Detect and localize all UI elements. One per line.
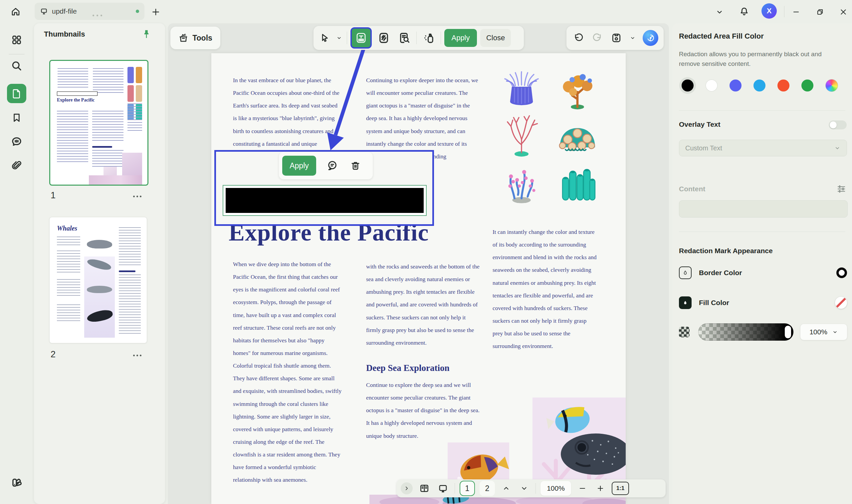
opacity-checker-icon [679,327,690,337]
swatch-green[interactable] [801,79,813,91]
border-color-row: Border Color [679,266,847,280]
page-1-button[interactable]: 1 [460,481,475,496]
next-page-button[interactable] [517,482,531,495]
paragraph-body-col3: It can instantly change the color and te… [493,226,598,352]
paragraph-body-col2: with the rocks and seaweeds at the botto… [366,260,480,349]
opacity-row: 100% [679,323,847,341]
page-2-button[interactable]: 2 [480,481,495,496]
close-button[interactable]: Close [480,29,511,47]
redact-search-icon [398,32,410,44]
left-rail [0,23,33,504]
sidebar-item-stamps[interactable] [8,474,24,490]
window-titlebar: updf-file X [0,0,852,23]
panel-description: Redaction allows you to permanently blac… [679,49,839,69]
swatch-black[interactable] [681,79,694,91]
thumbnail-1-more-button[interactable] [130,192,144,201]
restore-icon [816,8,824,16]
two-page-view-button[interactable] [418,481,431,496]
opacity-dropdown[interactable]: 100% [800,324,847,340]
close-icon [839,8,847,16]
pin-panel-button[interactable] [140,27,153,41]
zoom-out-button[interactable] [576,482,589,495]
fill-color-row: Fill Color [679,295,847,310]
coral-grid [498,67,603,210]
trash-icon[interactable] [348,158,363,173]
redact-page-tool-button[interactable] [375,29,392,47]
content-input[interactable] [679,200,848,218]
redaction-mark-area[interactable] [223,185,427,216]
panel-drag-handle[interactable] [92,15,102,16]
redo-button[interactable] [591,31,604,45]
pin-icon [141,29,152,39]
save-button[interactable] [610,31,623,45]
sidebar-item-search[interactable] [9,58,24,73]
comment-bubble-icon[interactable] [325,158,339,173]
bookmark-icon [11,112,22,123]
swatch-blue[interactable] [729,79,742,91]
swatch-white[interactable] [706,79,717,91]
coral-branch-image [498,160,548,206]
thumbnail-2-number: 2 [51,349,56,360]
sidebar-expand-icon [404,485,410,491]
thumbnail-page-1[interactable]: Explore the Pacific [49,60,148,186]
titlebar-divider [784,6,784,17]
window-minimize-button[interactable] [789,5,803,19]
chevron-down-icon [715,8,724,16]
redact-search-tool-button[interactable] [396,29,413,47]
overlay-text-toggle[interactable] [829,121,847,129]
swatch-rainbow[interactable] [826,79,838,92]
ai-assistant-icon [646,33,656,43]
home-button[interactable] [7,4,24,19]
titlebar-collapse-button[interactable] [713,5,726,19]
ai-assistant-button[interactable] [643,30,658,46]
attachment-icon [11,160,22,171]
fill-color-swatch[interactable] [835,297,847,309]
sidebar-item-bookmarks[interactable] [9,110,24,125]
save-options-chevron[interactable] [629,31,637,44]
notifications-button[interactable] [737,4,751,19]
sidebar-item-comments[interactable] [9,134,24,149]
avatar[interactable]: X [762,3,777,19]
sidebar-item-attachments[interactable] [9,158,24,173]
select-tool-button[interactable] [318,30,332,46]
thumbnail-2-more-button[interactable] [130,350,144,360]
zoom-in-button[interactable] [594,482,607,495]
more-icon [133,355,141,356]
swatch-orange[interactable] [778,79,789,91]
bar-divider [535,483,536,494]
redaction-black-bar [226,188,424,213]
presentation-button[interactable] [436,481,450,496]
thumb-redaction-mark [57,91,97,96]
redaction-apply-button[interactable]: Apply [282,156,316,176]
undo-button[interactable] [572,31,585,45]
window-restore-button[interactable] [813,5,827,19]
redact-text-tool-button[interactable] [351,27,372,49]
sidebar-expand-button[interactable] [401,482,413,494]
content-label: Content [679,185,705,193]
redact-page-icon [378,32,390,44]
zoom-level-button[interactable]: 100% [540,481,571,496]
toolbar-divider [416,32,417,44]
new-tab-button[interactable] [149,5,162,19]
select-tool-chevron[interactable] [335,31,343,44]
content-settings-button[interactable] [835,182,848,196]
pages-icon [11,88,22,99]
actual-size-button[interactable]: 1:1 [612,482,629,495]
thumbnail-1-number: 1 [51,190,56,201]
opacity-slider-handle[interactable] [785,326,791,338]
sidebar-item-thumbnails[interactable] [7,84,26,103]
opacity-slider[interactable] [698,323,794,341]
redaction-popup-toolbar: Apply [279,152,373,179]
thumbnail-page-2[interactable]: Whales [49,217,147,343]
apply-button[interactable]: Apply [444,29,477,47]
swatch-cyan[interactable] [753,79,765,91]
window-close-button[interactable] [837,5,850,19]
custom-text-dropdown[interactable]: Custom Text [679,140,847,156]
sanitize-tool-button[interactable] [420,29,437,47]
border-color-label: Border Color [699,269,742,277]
document-tab[interactable]: updf-file [35,3,144,20]
sidebar-item-apps[interactable] [9,33,24,47]
tools-button[interactable]: Tools [171,26,220,49]
border-color-swatch[interactable] [836,268,847,278]
previous-page-button[interactable] [500,482,513,495]
